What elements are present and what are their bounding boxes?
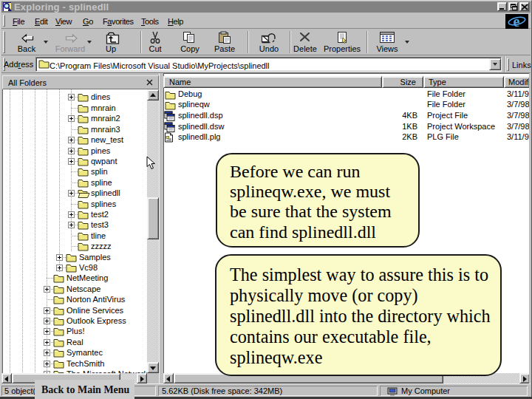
- svg-text:e: e: [514, 14, 520, 29]
